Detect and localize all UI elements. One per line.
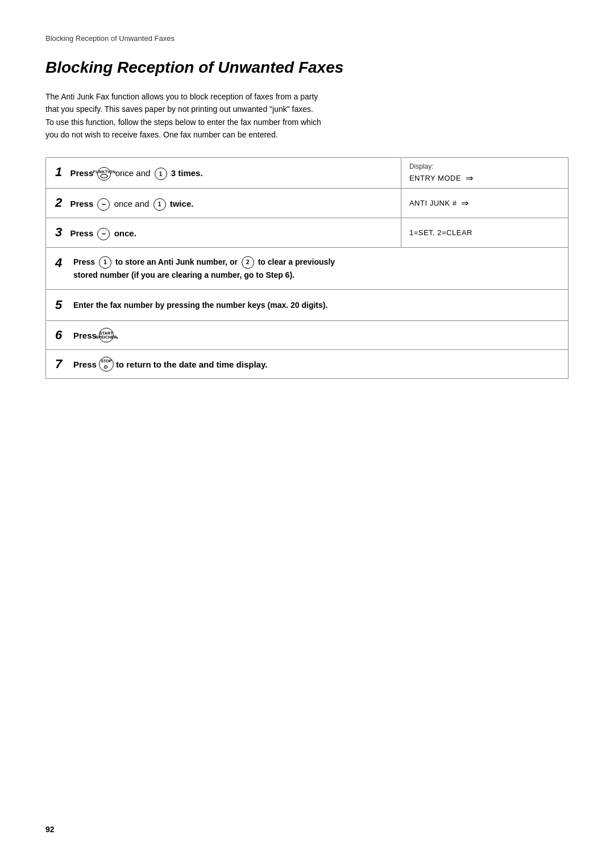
page-container: Blocking Reception of Unwanted Faxes Blo… xyxy=(0,0,614,868)
step2-twice: twice. xyxy=(170,199,194,208)
step-number-2: 2 xyxy=(55,195,62,210)
start-speicher-icon: START SPEICHER xyxy=(99,328,114,343)
step-row-2: 2 Press − once and 1 twice. ANTI JUNK # … xyxy=(46,188,569,218)
step-number-5: 5 xyxy=(55,298,68,312)
svg-point-0 xyxy=(101,174,107,177)
page-title: Blocking Reception of Unwanted Faxes xyxy=(45,59,569,77)
step-number-6: 6 xyxy=(55,328,68,343)
step3-display: 1=SET, 2=CLEAR xyxy=(409,228,560,237)
step2-display: ANTI JUNK # ⇒ xyxy=(409,198,560,208)
step-row-3: 3 Press − once. 1=SET, 2=CLEAR xyxy=(46,218,569,247)
step-row-4: 4 Press 1 to store an Anti Junk number, … xyxy=(46,247,569,290)
step-row-7: 7 Press STOP ⊙ to return to the date and… xyxy=(46,350,569,379)
step7-press: Press xyxy=(73,360,97,369)
step5-text: Enter the fax number by pressing the num… xyxy=(73,301,327,310)
step7-text: to return to the date and time display. xyxy=(116,360,267,369)
step6-dot: . xyxy=(116,331,118,340)
stop-icon: STOP ⊙ xyxy=(99,357,114,372)
step-number-3: 3 xyxy=(55,225,62,239)
btn-icon-4a: 1 xyxy=(99,256,111,269)
step-row-1: 1 Press FUNKTION once and 1 3 times. Dis… xyxy=(46,157,569,188)
step1-times: 3 times. xyxy=(171,168,203,178)
step3-press: Press xyxy=(70,228,93,238)
step6-press: Press xyxy=(73,331,97,340)
breadcrumb: Blocking Reception of Unwanted Faxes xyxy=(45,34,569,43)
minus-icon-2a: − xyxy=(97,198,110,211)
minus-icon-3: − xyxy=(97,228,110,240)
step4-press: Press xyxy=(73,257,95,266)
display-label: Display: xyxy=(409,162,560,170)
step1-display: ENTRY MODE ⇒ xyxy=(409,173,560,183)
step4-clear: to clear a previously xyxy=(258,257,335,266)
step4-store: to store an Anti Junk number, or xyxy=(115,257,240,266)
step1-press: Press xyxy=(70,168,93,178)
step4-stored: stored number (if you are clearing a num… xyxy=(73,270,294,279)
page-number: 92 xyxy=(45,825,55,834)
step3-once: once. xyxy=(114,228,136,238)
btn-icon-2b: 1 xyxy=(154,198,166,211)
intro-text: The Anti Junk Fax function allows you to… xyxy=(45,90,455,141)
svg-text:⊙: ⊙ xyxy=(103,364,108,369)
btn-icon-4b: 2 xyxy=(242,256,254,269)
step-number-1: 1 xyxy=(55,165,62,179)
steps-table: 1 Press FUNKTION once and 1 3 times. Dis… xyxy=(45,157,569,379)
funktion-icon: FUNKTION xyxy=(97,167,111,181)
btn-icon-1a: 1 xyxy=(155,168,167,180)
step-row-6: 6 Press START SPEICHER . xyxy=(46,321,569,350)
step2-once-and: once and xyxy=(114,199,152,208)
step2-press: Press xyxy=(70,199,93,208)
step-number-4: 4 xyxy=(55,256,68,270)
step1-once-and: once and xyxy=(115,168,153,178)
step-row-5: 5 Enter the fax number by pressing the n… xyxy=(46,290,569,321)
step-number-7: 7 xyxy=(55,357,68,372)
